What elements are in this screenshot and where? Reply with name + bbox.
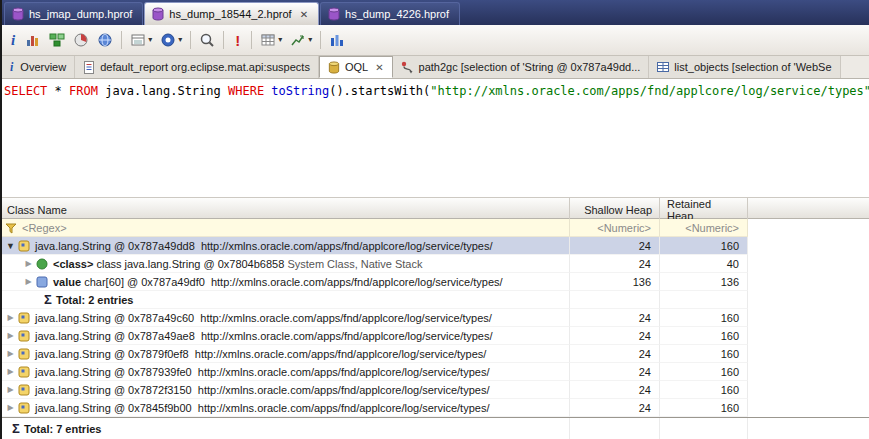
retained-heap-value: 160 <box>660 327 748 345</box>
table-header: Class Name Shallow Heap Retained Heap <box>0 197 869 219</box>
table-row[interactable]: ▶ <class> class java.lang.String @ 0x780… <box>0 255 869 273</box>
run-report-button[interactable] <box>69 28 93 52</box>
chevron-down-icon: ▾ <box>278 36 282 44</box>
editor-tab-label: hs_dump_4226.hprof <box>345 8 449 20</box>
string-object-icon <box>17 383 31 397</box>
close-icon[interactable]: ✕ <box>375 62 383 73</box>
expand-arrow-icon[interactable]: ▶ <box>22 277 35 286</box>
export-button[interactable]: ▾ <box>286 28 316 52</box>
row-class-name: ▶ java.lang.String @ 0x7872f3150 http://… <box>0 381 570 399</box>
expand-arrow-icon[interactable]: ▶ <box>4 367 17 376</box>
sigma-icon: Σ <box>40 292 56 307</box>
expand-arrow-icon[interactable]: ▶ <box>22 259 35 268</box>
table-row[interactable]: ▶ value char[60] @ 0x787a49df0 http://xm… <box>0 273 869 291</box>
table-options-button[interactable]: ▾ <box>256 28 286 52</box>
table-row-total: Σ Total: 2 entries <box>0 291 869 309</box>
histogram-button[interactable] <box>21 28 45 52</box>
footer-retained <box>660 418 748 439</box>
dominator-tree-button[interactable] <box>45 28 69 52</box>
oql-method: startsWith <box>351 84 423 98</box>
expand-arrow-icon[interactable]: ▶ <box>4 331 17 340</box>
row-filler <box>748 345 869 363</box>
row-class-name: ▶ java.lang.String @ 0x787a49ae8 http://… <box>0 327 570 345</box>
table-row[interactable]: ▼ java.lang.String @ 0x787a49dd8 http://… <box>0 237 869 255</box>
string-object-icon <box>17 401 31 415</box>
views-list-icon <box>130 32 146 48</box>
expand-arrow-icon[interactable]: ▶ <box>4 403 17 412</box>
mat-window: hs_jmap_dump.hprof hs_dump_18544_2.hprof… <box>0 0 869 439</box>
editor-tab-hs-dump-18544[interactable]: hs_dump_18544_2.hprof ✕ <box>144 2 319 25</box>
string-object-icon <box>17 239 31 253</box>
row-label: java.lang.String @ 0x787a49dd8 http://xm… <box>35 240 493 252</box>
expand-arrow-icon[interactable]: ▼ <box>4 241 17 251</box>
hprof-file-icon <box>12 7 24 21</box>
shallow-heap-value: 24 <box>570 381 660 399</box>
table-row[interactable]: ▶ java.lang.String @ 0x787a49c60 http://… <box>0 309 869 327</box>
heap-overview-button[interactable] <box>93 28 117 52</box>
compare-button[interactable] <box>325 28 349 52</box>
view-tab-bar: i Overview default_report org.eclipse.ma… <box>0 56 869 79</box>
row-filler <box>748 255 869 273</box>
tab-default-report[interactable]: default_report org.eclipse.mat.api:suspe… <box>75 56 319 78</box>
open-views-button[interactable]: ▾ <box>126 28 156 52</box>
tab-list-objects[interactable]: list_objects [selection of 'WebSe <box>649 56 840 78</box>
search-icon <box>199 32 215 48</box>
expand-arrow-icon[interactable]: ▶ <box>4 313 17 322</box>
filter-retained-heap[interactable]: <Numeric> <box>660 219 748 237</box>
total-label: Total: 7 entries <box>24 423 101 435</box>
row-filler <box>748 399 869 417</box>
editor-tab-label: hs_dump_18544_2.hprof <box>169 8 291 20</box>
retained-heap-value: 160 <box>660 237 748 255</box>
filter-class-name[interactable]: <Regex> <box>0 219 570 237</box>
search-button[interactable] <box>195 28 219 52</box>
expand-arrow-icon[interactable]: ▶ <box>4 349 17 358</box>
row-filler <box>748 273 869 291</box>
table-row[interactable]: ▶ java.lang.String @ 0x787a49ae8 http://… <box>0 327 869 345</box>
table-row[interactable]: ▶ java.lang.String @ 0x787939fe0 http://… <box>0 363 869 381</box>
tab-label: list_objects [selection of 'WebSe <box>674 61 831 73</box>
editor-tab-hs-dump-4226[interactable]: hs_dump_4226.hprof <box>320 2 460 25</box>
table-row[interactable]: ▶ java.lang.String @ 0x7872f3150 http://… <box>0 381 869 399</box>
retained-heap-value: 160 <box>660 399 748 417</box>
pie-report-icon <box>73 32 89 48</box>
string-object-icon <box>17 311 31 325</box>
retained-heap-value: 160 <box>660 345 748 363</box>
tab-label: path2gc [selection of 'String @ 0x787a49… <box>419 61 641 73</box>
row-label: java.lang.String @ 0x7879f0ef8 http://xm… <box>35 348 486 360</box>
retained-heap-value: 160 <box>660 381 748 399</box>
editor-tab-hs-jmap-dump[interactable]: hs_jmap_dump.hprof <box>4 2 143 25</box>
table-row[interactable]: ▶ java.lang.String @ 0x7879f0ef8 http://… <box>0 345 869 363</box>
close-icon[interactable]: ✕ <box>300 9 308 20</box>
chevron-down-icon: ▾ <box>308 36 312 44</box>
filter-shallow-heap[interactable]: <Numeric> <box>570 219 660 237</box>
footer-shallow <box>570 418 660 439</box>
oql-string-literal: "http://xmlns.oracle.com/apps/fnd/applco… <box>430 84 869 98</box>
retained-heap-value: 160 <box>660 363 748 381</box>
list-objects-icon <box>657 61 669 73</box>
row-class-name: ▶ java.lang.String @ 0x787a49c60 http://… <box>0 309 570 327</box>
oql-editor-pane: SELECT * FROM java.lang.String WHERE toS… <box>0 79 869 439</box>
dominator-tree-icon <box>49 32 65 48</box>
row-class-name: ▶ java.lang.String @ 0x787939fe0 http://… <box>0 363 570 381</box>
row-total: Σ Total: 2 entries <box>0 291 570 309</box>
retained-heap-value: 160 <box>660 309 748 327</box>
toolbar-separator <box>121 31 122 49</box>
leak-suspects-button[interactable]: ! <box>228 28 247 52</box>
tab-overview[interactable]: i Overview <box>0 56 75 78</box>
string-object-icon <box>17 347 31 361</box>
overview-button[interactable]: i <box>5 28 21 52</box>
table-row[interactable]: ▶ java.lang.String @ 0x7845f9b00 http://… <box>0 399 869 417</box>
row-filler <box>748 381 869 399</box>
shallow-heap-value: 24 <box>570 327 660 345</box>
query-browser-button[interactable]: ▾ <box>156 28 186 52</box>
row-label: java.lang.String @ 0x787a49c60 http://xm… <box>35 312 492 324</box>
expand-arrow-icon[interactable]: ▶ <box>4 385 17 394</box>
tab-oql[interactable]: OQL ✕ <box>319 56 393 78</box>
oql-keyword: SELECT <box>4 84 47 98</box>
tab-path2gc[interactable]: path2gc [selection of 'String @ 0x787a49… <box>393 56 650 78</box>
retained-heap-value: 40 <box>660 255 748 273</box>
row-class-name: ▶ value char[60] @ 0x787a49df0 http://xm… <box>0 273 570 291</box>
oql-query-input[interactable]: SELECT * FROM java.lang.String WHERE toS… <box>0 79 869 197</box>
info-icon: i <box>9 33 17 48</box>
toolbar-separator <box>223 31 224 49</box>
